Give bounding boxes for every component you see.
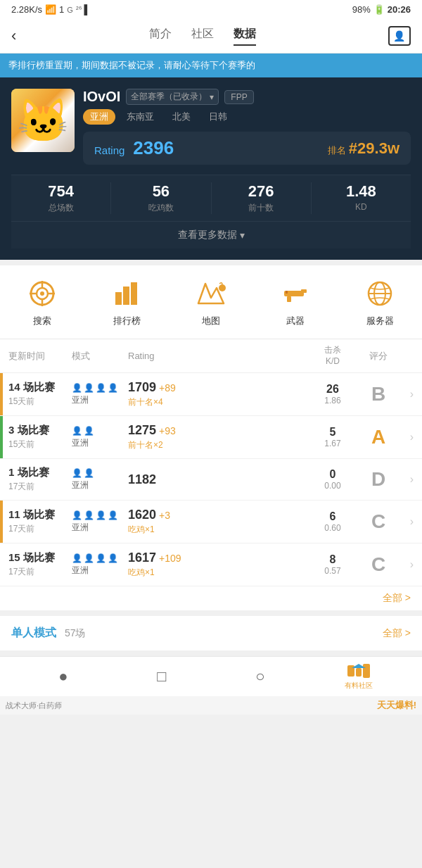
match-kd: 5 1.67	[308, 426, 357, 448]
battery-icon: 🔋	[373, 4, 385, 15]
table-row[interactable]: 11 场比赛 17天前 👤 👤 👤 👤 亚洲 1620+3 吃鸡×1 6 0.6…	[0, 501, 422, 543]
chevron-down-icon: ▾	[210, 92, 214, 102]
table-row[interactable]: 14 场比赛 15天前 👤 👤 👤 👤 亚洲 1709+89 前十名×4 26 …	[0, 373, 422, 416]
wifi-icon: 📶	[45, 4, 56, 15]
stat-total-games: 754 总场数	[11, 182, 111, 214]
search-icon	[25, 277, 59, 310]
kill-count: 5	[308, 426, 357, 439]
match-mode: 👤 👤 亚洲	[72, 426, 128, 449]
status-right: 98% 🔋 20:26	[352, 4, 411, 15]
rating-sub: 吃鸡×1	[128, 567, 308, 579]
svg-rect-8	[123, 287, 129, 305]
single-mode-count: 57场	[65, 627, 86, 639]
match-title-time: 3 场比赛 15天前	[8, 424, 72, 451]
match-mode: 👤 👤 👤 👤 亚洲	[72, 553, 128, 577]
score-grade: C	[371, 510, 385, 532]
match-rating: 1182	[128, 472, 308, 487]
rating-number: 1275	[128, 423, 156, 437]
single-all-link[interactable]: 全部 >	[383, 627, 411, 640]
map-icon	[194, 277, 228, 310]
header-time: 更新时间	[8, 350, 72, 363]
header-kd: 击杀K/D	[308, 345, 357, 367]
stat-top10: 276 前十数	[212, 182, 312, 214]
quick-item-search[interactable]: 搜索	[0, 274, 84, 330]
match-title: 3 场比赛	[8, 424, 72, 437]
chicken-value: 56	[111, 182, 210, 201]
quick-item-map[interactable]: 地图	[169, 274, 253, 330]
match-mode: 👤 👤 👤 👤 亚洲	[72, 510, 128, 534]
tab-intro[interactable]: 简介	[149, 27, 172, 46]
back-button[interactable]: ‹	[11, 27, 16, 45]
watermark-right: 天天爆料!	[377, 699, 416, 712]
player-icon: 👤	[72, 510, 82, 520]
match-time: 15天前	[8, 439, 72, 451]
player-icon: 👤	[72, 426, 82, 436]
region-tab-jp[interactable]: 日韩	[202, 109, 234, 125]
player-icon: 👤	[96, 553, 106, 563]
watermark-left: 战术大师·白药师	[6, 700, 62, 711]
score-grade: B	[371, 383, 385, 405]
match-mode: 👤 👤 👤 👤 亚洲	[72, 383, 128, 406]
rank-label: 排名	[328, 145, 346, 156]
all-matches-link[interactable]: 全部 >	[0, 586, 422, 610]
match-rating: 1709+89 前十名×4	[128, 380, 308, 408]
rank-value: #29.3w	[349, 139, 399, 157]
svg-point-6	[40, 291, 44, 296]
quick-item-rank[interactable]: 排行榜	[84, 274, 169, 330]
rating-row: Rating 2396 排名 #29.3w	[83, 132, 411, 165]
profile-icon: 👤	[393, 30, 405, 42]
quick-item-server[interactable]: 服务器	[338, 274, 422, 330]
match-title: 15 场比赛	[8, 551, 72, 565]
match-region: 亚洲	[72, 522, 89, 534]
player-icon: 👤	[84, 383, 94, 393]
profile-icon-button[interactable]: 👤	[388, 26, 411, 46]
rating-number: 1182	[128, 472, 156, 486]
bottom-item-back[interactable]: ○	[211, 667, 309, 686]
notice-banner: 季排行榜重置期，期间数据不被记录，请耐心等待下个赛季的	[0, 54, 422, 77]
table-row[interactable]: 15 场比赛 17天前 👤 👤 👤 👤 亚洲 1617+109 吃鸡×1 8 0…	[0, 543, 422, 586]
status-bar: 2.28K/s 📶 1 G ²⁶ ▌ 98% 🔋 20:26	[0, 0, 422, 19]
kd-ratio: 1.67	[308, 439, 357, 448]
tab-community[interactable]: 社区	[191, 27, 214, 46]
tab-data[interactable]: 数据	[234, 27, 256, 46]
bottom-item-home[interactable]: □	[113, 667, 211, 686]
total-games-label: 总场数	[11, 202, 110, 214]
fpp-badge[interactable]: FPP	[224, 90, 253, 104]
quick-label-rank: 排行榜	[113, 315, 141, 327]
top10-label: 前十数	[212, 202, 311, 214]
match-rating: 1620+3 吃鸡×1	[128, 508, 308, 536]
chicken-label: 吃鸡数	[111, 202, 210, 214]
player-icon: 👤	[108, 383, 118, 393]
match-kd: 26 1.86	[308, 383, 357, 405]
rating-number: 1709	[128, 380, 156, 394]
players-indicator: 👤 👤	[72, 468, 94, 478]
player-icon: 👤	[84, 553, 94, 563]
quick-item-weapon[interactable]: 武器	[253, 274, 338, 330]
nav-bar: ‹ 简介 社区 数据 👤	[0, 19, 422, 54]
rating-change: +89	[159, 382, 176, 394]
player-icon: 👤	[72, 553, 82, 563]
server-icon	[363, 277, 397, 310]
bottom-item-app[interactable]: 有料社区	[309, 662, 408, 691]
region-tab-sea[interactable]: 东南亚	[120, 109, 161, 125]
profile-top: IOvOI 全部赛季（已收录） ▾ FPP 亚洲 东南亚 北美 日韩 Ratin…	[11, 89, 411, 166]
svg-rect-14	[301, 289, 307, 293]
rating-group: Rating 2396	[94, 137, 174, 159]
match-score: C	[357, 553, 399, 576]
svg-rect-22	[363, 664, 370, 678]
region-tab-asia[interactable]: 亚洲	[83, 109, 115, 125]
bottom-item-dot[interactable]: ●	[14, 667, 113, 686]
more-data-button[interactable]: 查看更多数据 ▾	[11, 221, 411, 249]
player-icon: 👤	[72, 383, 82, 393]
match-kd: 6 0.60	[308, 510, 357, 533]
score-grade: C	[371, 553, 385, 575]
season-select[interactable]: 全部赛季（已收录） ▾	[126, 89, 219, 105]
quick-menu: 搜索 排行榜 地图	[0, 265, 422, 339]
table-row[interactable]: 1 场比赛 17天前 👤 👤 亚洲 1182 0 0.00 D ›	[0, 459, 422, 501]
match-rating: 1617+109 吃鸡×1	[128, 551, 308, 579]
rank-icon	[110, 277, 143, 310]
player-icon: 👤	[84, 510, 94, 520]
region-tab-na[interactable]: 北美	[165, 109, 198, 125]
match-title: 11 场比赛	[8, 508, 72, 522]
table-row[interactable]: 3 场比赛 15天前 👤 👤 亚洲 1275+93 前十名×2 5 1.67 A…	[0, 416, 422, 459]
